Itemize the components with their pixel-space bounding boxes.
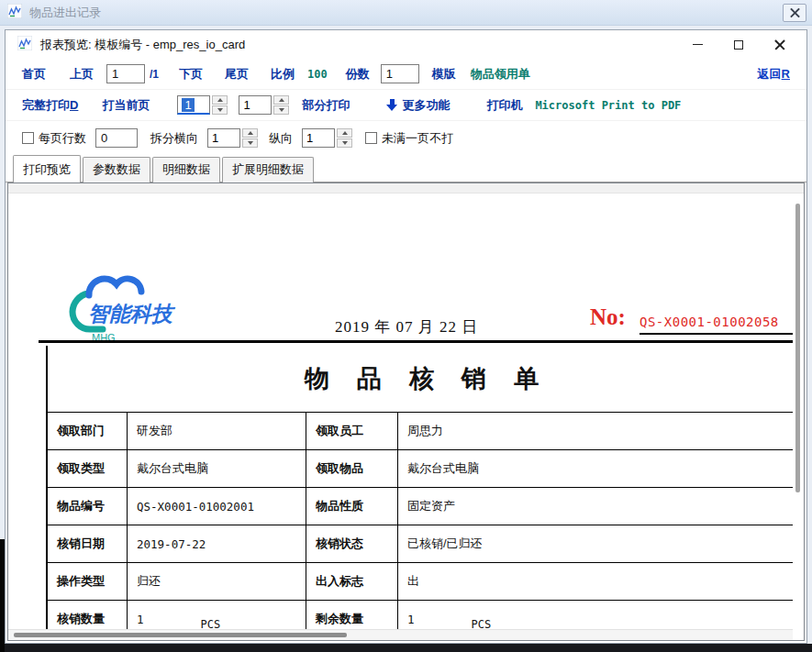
row-label-1: 领取类型 bbox=[48, 450, 128, 487]
app-chart-icon bbox=[7, 4, 22, 22]
minimize-icon bbox=[693, 44, 703, 45]
table-row: 操作类型归还出入标志出 bbox=[48, 563, 793, 601]
row-label-1: 领取部门 bbox=[48, 413, 128, 449]
spin-up-icon[interactable] bbox=[273, 95, 289, 105]
document-table: 物品核销单 领取部门研发部领取员工周思力领取类型戴尔台式电脑领取物品戴尔台式电脑… bbox=[46, 346, 793, 629]
spin-down-icon[interactable] bbox=[242, 138, 258, 148]
row-label-2: 领取员工 bbox=[306, 413, 398, 449]
table-row: 物品编号QS-X0001-01002001物品性质固定资产 bbox=[48, 488, 793, 525]
document-date: 2019 年 07 月 22 日 bbox=[335, 316, 478, 337]
window-titlebar: 报表预览: 模板编号 - emp_res_io_card bbox=[6, 30, 806, 59]
maximize-button[interactable] bbox=[724, 33, 753, 57]
split-horizontal-label: 拆分横向 bbox=[150, 130, 198, 147]
skip-partial-page-checkbox[interactable] bbox=[365, 132, 377, 144]
document-rows: 领取部门研发部领取员工周思力领取类型戴尔台式电脑领取物品戴尔台式电脑物品编号QS… bbox=[48, 413, 793, 629]
row-value-2: 1PCS bbox=[398, 601, 793, 629]
row-value-1: 2019-07-22 bbox=[128, 525, 306, 562]
background-window-edge bbox=[0, 539, 5, 652]
spin-up-icon[interactable] bbox=[337, 128, 352, 138]
rows-per-page-input[interactable] bbox=[95, 128, 138, 148]
vertical-scrollbar[interactable] bbox=[794, 195, 803, 628]
row-label-2: 物品性质 bbox=[306, 488, 398, 525]
row-label-2: 核销状态 bbox=[306, 525, 398, 562]
desktop-edge bbox=[0, 644, 812, 652]
toolbar-print: 完整打印D 打当前页 1 1 部分打印 更多功能 打印 bbox=[6, 89, 806, 120]
row-value-2: 固定资产 bbox=[398, 488, 793, 525]
full-print-button[interactable]: 完整打印D bbox=[22, 97, 78, 114]
rows-per-page-checkbox[interactable] bbox=[22, 132, 34, 144]
row-value-2: 周思力 bbox=[398, 413, 793, 449]
window-controls bbox=[683, 33, 806, 57]
table-row: 核销日期2019-07-22核销状态已核销/已归还 bbox=[48, 525, 793, 563]
template-button[interactable]: 模版 bbox=[432, 66, 456, 83]
tab-print-preview[interactable]: 打印预览 bbox=[13, 155, 81, 182]
scale-button[interactable]: 比例 bbox=[271, 66, 295, 83]
minimize-button[interactable] bbox=[683, 33, 712, 57]
window-title: 报表预览: 模板编号 - emp_res_io_card bbox=[40, 37, 245, 53]
return-button[interactable]: 返回R bbox=[758, 66, 790, 83]
print-to-spinner[interactable]: 1 bbox=[239, 95, 289, 115]
screen: 物品进出记录 报表预览: 模板编号 - emp_res_io_card 首页 上… bbox=[0, 0, 812, 652]
row-label-1: 物品编号 bbox=[48, 488, 128, 525]
spin-up-icon[interactable] bbox=[212, 95, 228, 105]
row-label-2: 领取物品 bbox=[306, 450, 398, 487]
row-label-2: 剩余数量 bbox=[306, 601, 398, 629]
unit-label: PCS bbox=[472, 618, 492, 629]
template-name: 物品领用单 bbox=[471, 66, 530, 83]
outer-window-titlebar: 物品进出记录 bbox=[0, 0, 812, 26]
print-from-spinner[interactable]: 1 bbox=[177, 95, 228, 115]
partial-print-button[interactable]: 部分打印 bbox=[302, 97, 350, 114]
maximize-icon bbox=[734, 40, 743, 50]
spin-down-icon[interactable] bbox=[337, 138, 352, 148]
page-total-label: /1 bbox=[150, 68, 159, 81]
row-value-2: 戴尔台式电脑 bbox=[398, 450, 793, 487]
tab-parameter-data[interactable]: 参数数据 bbox=[83, 157, 150, 182]
table-row: 领取类型戴尔台式电脑领取物品戴尔台式电脑 bbox=[48, 450, 793, 488]
copies-input[interactable] bbox=[381, 64, 419, 83]
table-row: 领取部门研发部领取员工周思力 bbox=[48, 413, 793, 450]
outer-window-title: 物品进出记录 bbox=[29, 5, 101, 21]
down-arrow-icon bbox=[386, 99, 397, 111]
printer-button[interactable]: 打印机 bbox=[486, 97, 522, 114]
close-button[interactable] bbox=[765, 33, 795, 57]
row-label-2: 出入标志 bbox=[306, 563, 398, 600]
next-page-button[interactable]: 下页 bbox=[179, 66, 203, 83]
spin-down-icon[interactable] bbox=[212, 105, 228, 115]
report-icon bbox=[17, 36, 32, 54]
row-value-1: 归还 bbox=[128, 563, 306, 600]
split-horizontal-spinner[interactable]: 1 bbox=[207, 128, 258, 148]
company-logo: 智能科技 MHG bbox=[61, 266, 189, 350]
page-number-input[interactable] bbox=[106, 64, 145, 83]
document-no-label: No: bbox=[590, 304, 626, 330]
split-vertical-spinner[interactable]: 1 bbox=[302, 128, 352, 148]
vertical-scrollbar-thumb[interactable] bbox=[795, 204, 800, 492]
last-page-button[interactable]: 尾页 bbox=[225, 66, 249, 83]
row-value-1: 戴尔台式电脑 bbox=[128, 450, 306, 487]
row-label-1: 操作类型 bbox=[48, 563, 128, 600]
horizontal-scrollbar-thumb[interactable] bbox=[14, 633, 347, 637]
outer-close-button[interactable] bbox=[783, 4, 806, 22]
report-page: 智能科技 MHG 2019 年 07 月 22 日 No: QS-X0001-0… bbox=[8, 194, 793, 629]
row-value-1: 研发部 bbox=[128, 413, 306, 449]
tab-bar: 打印预览 参数数据 明细数据 扩展明细数据 bbox=[6, 155, 806, 182]
more-functions-button[interactable]: 更多功能 bbox=[386, 97, 450, 114]
preview-top-strip bbox=[8, 183, 804, 193]
row-value-2: 出 bbox=[398, 563, 793, 600]
spin-up-icon[interactable] bbox=[242, 128, 258, 138]
tab-extended-detail-data[interactable]: 扩展明细数据 bbox=[222, 157, 314, 182]
spin-down-icon[interactable] bbox=[273, 105, 289, 115]
unit-label: PCS bbox=[201, 618, 221, 629]
rows-per-page-label: 每页行数 bbox=[39, 130, 86, 147]
toolbar-navigation: 首页 上页 /1 下页 尾页 比例 100 份数 模版 物品领用单 返回R bbox=[6, 59, 806, 89]
print-current-page-button[interactable]: 打当前页 bbox=[102, 97, 150, 114]
header-rule bbox=[39, 340, 793, 343]
prev-page-button[interactable]: 上页 bbox=[70, 66, 94, 83]
tab-detail-data[interactable]: 明细数据 bbox=[152, 157, 220, 182]
report-preview-window: 报表预览: 模板编号 - emp_res_io_card 首页 上页 /1 下页… bbox=[5, 29, 807, 644]
preview-panel: 智能科技 MHG 2019 年 07 月 22 日 No: QS-X0001-0… bbox=[7, 182, 805, 641]
close-icon bbox=[774, 39, 785, 50]
row-label-1: 核销日期 bbox=[48, 525, 128, 562]
first-page-button[interactable]: 首页 bbox=[22, 66, 46, 83]
horizontal-scrollbar[interactable] bbox=[8, 629, 793, 640]
row-value-2: 已核销/已归还 bbox=[398, 525, 793, 562]
